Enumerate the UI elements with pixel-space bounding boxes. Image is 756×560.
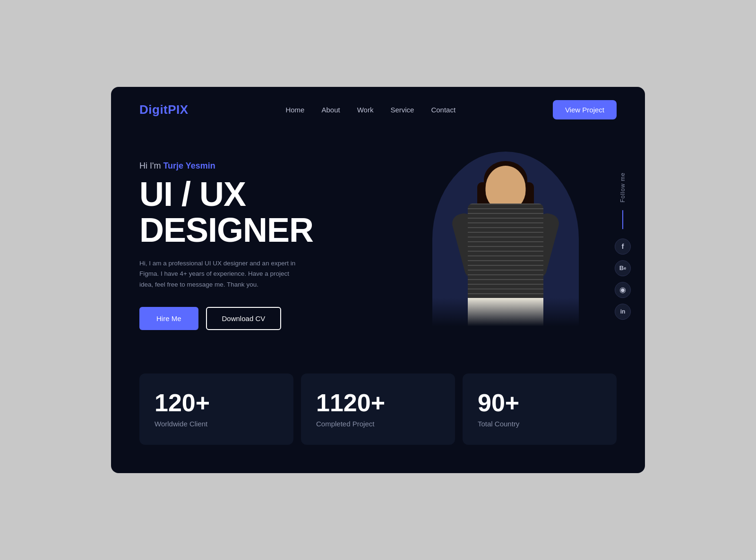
greeting-name: Turje Yesmin xyxy=(163,161,215,170)
nav-about[interactable]: About xyxy=(321,106,340,114)
hero-buttons: Hire Me Download CV xyxy=(139,307,432,330)
hire-me-button[interactable]: Hire Me xyxy=(139,307,198,330)
nav-home[interactable]: Home xyxy=(285,106,304,114)
browser-window: DigitPIX Home About Work Service Contact… xyxy=(111,87,645,473)
view-project-button[interactable]: View Project xyxy=(553,100,617,119)
stats-section: 120+ Worldwide Client 1120+ Completed Pr… xyxy=(111,359,645,473)
social-divider-line xyxy=(622,210,623,229)
linkedin-icon[interactable]: in xyxy=(615,304,631,320)
facebook-icon[interactable]: f xyxy=(615,238,631,255)
download-cv-button[interactable]: Download CV xyxy=(206,307,282,330)
dribbble-icon[interactable]: ◉ xyxy=(615,282,631,298)
nav-links: Home About Work Service Contact xyxy=(285,106,455,114)
stat-label-clients: Worldwide Client xyxy=(155,420,278,428)
stat-number-projects: 1120+ xyxy=(316,390,440,415)
stat-card-clients: 120+ Worldwide Client xyxy=(139,373,293,445)
behance-icon[interactable]: Be xyxy=(615,260,631,276)
logo: DigitPIX xyxy=(139,102,189,117)
person-body xyxy=(468,204,543,298)
nav-service[interactable]: Service xyxy=(390,106,414,114)
hero-section: Hi I'm Turje Yesmin UI / UX DESIGNER Hi,… xyxy=(111,133,645,359)
follow-me-label: Follow me xyxy=(619,172,626,203)
hero-image-gradient xyxy=(432,298,579,326)
social-sidebar: Follow me f Be ◉ in xyxy=(615,172,645,320)
hero-image-wrap xyxy=(432,152,579,326)
hero-description: Hi, I am a professional UI UX designer a… xyxy=(139,258,300,290)
stat-card-countries: 90+ Total Country xyxy=(463,373,617,445)
nav-work[interactable]: Work xyxy=(357,106,374,114)
stat-label-projects: Completed Project xyxy=(316,420,440,428)
hero-text: Hi I'm Turje Yesmin UI / UX DESIGNER Hi,… xyxy=(139,152,432,330)
stat-number-clients: 120+ xyxy=(155,390,278,415)
stat-label-countries: Total Country xyxy=(478,420,601,428)
title-line1: UI / UX xyxy=(139,177,432,212)
stat-card-projects: 1120+ Completed Project xyxy=(301,373,455,445)
greeting-text: Hi I'm Turje Yesmin xyxy=(139,161,432,171)
stat-number-countries: 90+ xyxy=(478,390,601,415)
nav-contact[interactable]: Contact xyxy=(431,106,455,114)
hero-image-bg xyxy=(432,152,579,326)
navbar: DigitPIX Home About Work Service Contact… xyxy=(111,87,645,133)
title-line2: DESIGNER xyxy=(139,212,432,248)
